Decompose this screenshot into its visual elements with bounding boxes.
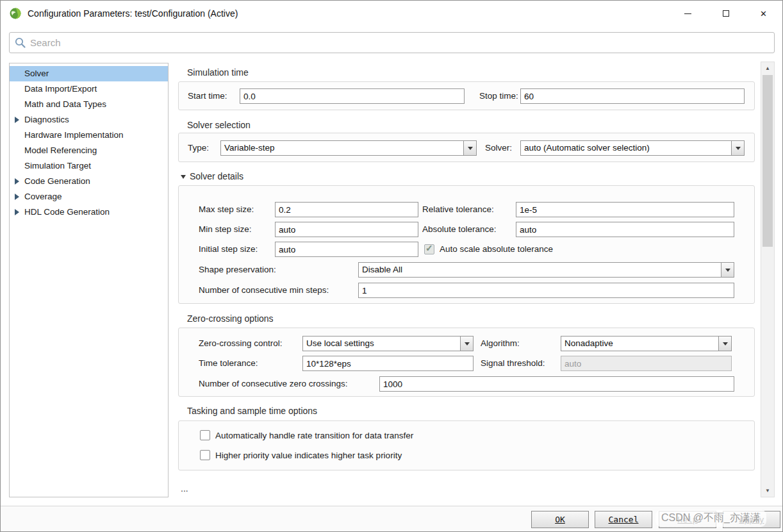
relative-tolerance-input[interactable] xyxy=(516,202,734,217)
sidebar-item-label: Data Import/Export xyxy=(24,84,97,94)
min-step-size-label: Min step size: xyxy=(199,222,252,237)
sidebar-item-code-generation[interactable]: Code Generation xyxy=(10,174,168,189)
sidebar-item-hdl-code-generation[interactable]: HDL Code Generation xyxy=(10,204,168,220)
time-tolerance-label: Time tolerance: xyxy=(199,356,258,371)
maximize-button[interactable] xyxy=(707,1,745,26)
consecutive-min-steps-input[interactable] xyxy=(358,283,734,298)
algorithm-dropdown[interactable]: Nonadaptive xyxy=(561,336,732,351)
more-indicator: ... xyxy=(181,483,188,494)
collapse-arrow-icon xyxy=(181,175,186,179)
scrollbar-thumb[interactable] xyxy=(762,75,773,247)
shape-preservation-label: Shape preservation: xyxy=(199,262,276,278)
zero-crossing-title: Zero-crossing options xyxy=(187,313,274,324)
tasking-group: Automatically handle rate transition for… xyxy=(178,420,755,470)
rate-transition-checkbox[interactable] xyxy=(200,430,210,440)
solver-dropdown[interactable]: auto (Automatic solver selection) xyxy=(520,140,745,156)
auto-scale-checkbox: ✓ xyxy=(424,244,434,254)
sidebar-item-data-import-export[interactable]: Data Import/Export xyxy=(10,81,168,97)
cancel-button[interactable]: Cancel xyxy=(595,511,652,528)
chevron-down-icon xyxy=(725,269,730,272)
algorithm-value: Nonadaptive xyxy=(561,337,718,351)
simulation-time-group: Start time: Stop time: xyxy=(178,81,755,110)
window-controls: ✕ xyxy=(669,1,782,26)
search-input[interactable] xyxy=(30,37,774,48)
sidebar-item-label: Simulation Target xyxy=(24,161,91,170)
expand-icon[interactable] xyxy=(15,209,19,215)
sidebar-item-label: Math and Data Types xyxy=(24,99,106,109)
settings-panel: Simulation time Start time: Stop time: S… xyxy=(177,63,757,499)
consecutive-zero-crossings-label: Number of consecutive zero crossings: xyxy=(199,376,348,392)
chevron-down-icon xyxy=(468,147,473,150)
title-bar: Configuration Parameters: test/Configura… xyxy=(1,1,782,26)
absolute-tolerance-input[interactable] xyxy=(516,222,734,237)
shape-preservation-dropdown[interactable]: Disable All xyxy=(358,262,734,278)
time-tolerance-input[interactable] xyxy=(302,356,474,371)
solver-value: auto (Automatic solver selection) xyxy=(521,141,731,155)
simulink-app-icon xyxy=(9,7,22,20)
expand-icon[interactable] xyxy=(15,194,19,200)
stop-time-label: Stop time: xyxy=(479,88,518,104)
max-step-size-input[interactable] xyxy=(275,202,418,217)
close-button[interactable]: ✕ xyxy=(745,1,782,26)
sidebar-item-math-and-data-types[interactable]: Math and Data Types xyxy=(10,97,168,112)
start-time-input[interactable] xyxy=(240,88,465,104)
sidebar-item-label: HDL Code Generation xyxy=(24,207,110,217)
scroll-down-icon[interactable]: ▼ xyxy=(761,485,774,496)
check-icon: ✓ xyxy=(425,243,433,253)
consecutive-min-steps-label: Number of consecutive min steps: xyxy=(199,283,329,298)
dropdown-button[interactable] xyxy=(463,141,476,155)
consecutive-zero-crossings-input[interactable] xyxy=(379,376,734,392)
sidebar-item-simulation-target[interactable]: Simulation Target xyxy=(10,158,168,174)
solver-label: Solver: xyxy=(485,140,512,156)
max-step-size-label: Max step size: xyxy=(199,202,254,217)
sidebar-item-diagnostics[interactable]: Diagnostics xyxy=(10,112,168,128)
minimize-icon xyxy=(684,13,691,14)
scroll-up-icon[interactable]: ▲ xyxy=(761,63,774,74)
solver-details-group: Max step size: Relative tolerance: Min s… xyxy=(178,185,755,304)
sidebar-item-model-referencing[interactable]: Model Referencing xyxy=(10,143,168,158)
expand-icon[interactable] xyxy=(15,117,19,123)
dropdown-button[interactable] xyxy=(731,141,744,155)
simulation-time-title: Simulation time xyxy=(187,67,249,78)
zero-crossing-group: Zero-crossing control: Use local setting… xyxy=(178,328,755,397)
maximize-icon xyxy=(723,10,729,17)
start-time-label: Start time: xyxy=(188,88,227,104)
sidebar-item-label: Model Referencing xyxy=(24,145,97,155)
ok-button[interactable]: OK xyxy=(531,511,589,528)
category-tree: Solver Data Import/Export Math and Data … xyxy=(9,63,169,497)
sidebar-item-solver[interactable]: Solver xyxy=(10,66,168,81)
absolute-tolerance-label: Absolute tolerance: xyxy=(422,222,497,237)
solver-type-value: Variable-step xyxy=(221,141,463,155)
tasking-title: Tasking and sample time options xyxy=(187,406,317,416)
dropdown-button[interactable] xyxy=(721,263,734,277)
solver-type-dropdown[interactable]: Variable-step xyxy=(220,140,477,156)
initial-step-size-label: Initial step size: xyxy=(199,242,258,257)
sidebar-item-label: Diagnostics xyxy=(24,115,69,124)
minimize-button[interactable] xyxy=(669,1,707,26)
priority-checkbox[interactable] xyxy=(200,450,210,460)
min-step-size-input[interactable] xyxy=(275,222,418,237)
initial-step-size-input[interactable] xyxy=(275,242,418,257)
close-icon: ✕ xyxy=(760,9,767,19)
sidebar-item-label: Coverage xyxy=(24,192,62,201)
sidebar-item-label: Hardware Implementation xyxy=(24,130,124,140)
sidebar-item-coverage[interactable]: Coverage xyxy=(10,189,168,204)
footer-bar: OK Cancel Help Apply CSDN @不雨_亦潇潇 xyxy=(1,506,783,531)
dropdown-button[interactable] xyxy=(718,337,731,351)
vertical-scrollbar[interactable]: ▲ ▼ xyxy=(761,62,775,497)
dropdown-button[interactable] xyxy=(460,337,473,351)
sidebar-item-hardware-implementation[interactable]: Hardware Implementation xyxy=(10,128,168,143)
zero-crossing-control-label: Zero-crossing control: xyxy=(199,336,283,351)
sidebar-item-label: Solver xyxy=(24,69,49,78)
expand-icon[interactable] xyxy=(15,178,19,185)
stop-time-input[interactable] xyxy=(520,88,745,104)
solver-details-header[interactable]: Solver details xyxy=(181,171,243,181)
zero-crossing-control-value: Use local settings xyxy=(303,337,460,351)
auto-scale-label: Auto scale absolute tolerance xyxy=(440,242,553,257)
sidebar-item-label: Code Generation xyxy=(24,176,90,186)
algorithm-label: Algorithm: xyxy=(481,336,520,351)
zero-crossing-control-dropdown[interactable]: Use local settings xyxy=(302,336,474,351)
search-icon xyxy=(14,37,26,49)
solver-selection-title: Solver selection xyxy=(187,120,251,130)
signal-threshold-input xyxy=(561,356,732,371)
